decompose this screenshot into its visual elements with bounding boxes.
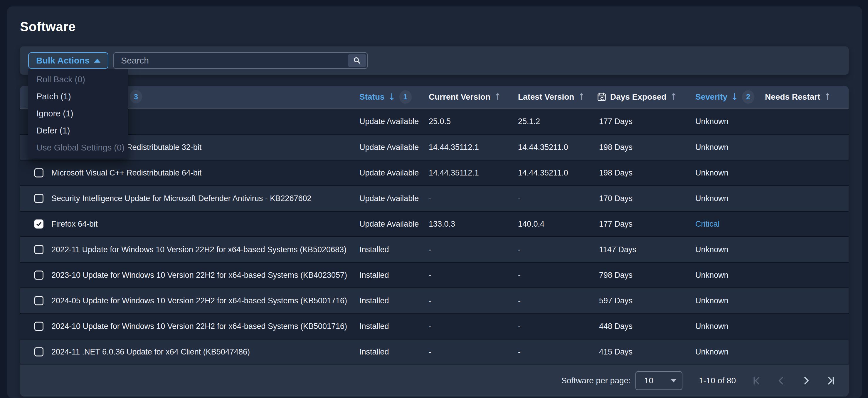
selected-count-badge: 3	[130, 90, 142, 104]
column-label: Days Exposed	[610, 92, 666, 102]
column-header-days-exposed[interactable]: Days Exposed↑	[597, 86, 677, 108]
status-cell: Update Available	[360, 117, 419, 126]
row-checkbox[interactable]	[34, 245, 43, 254]
content-panel: Software Bulk Actions Roll Back (0)Patch…	[7, 6, 862, 398]
status-cell: Installed	[360, 271, 389, 280]
software-name: Firefox 64-bit	[52, 220, 98, 229]
severity-cell: Unknown	[695, 168, 728, 177]
severity-cell: Unknown	[695, 194, 728, 203]
per-page-label: Software per page:	[561, 376, 631, 386]
column-header-needs-restart[interactable]: Needs Restart↑	[765, 86, 831, 108]
severity-cell: Critical	[695, 220, 720, 229]
row-checkbox[interactable]	[34, 220, 43, 229]
column-header-status[interactable]: Status↓1	[360, 86, 412, 108]
table-row: Update Available25.0.525.1.2177 DaysUnkn…	[20, 109, 848, 134]
chevron-right-icon	[801, 375, 812, 386]
current-version-cell: -	[429, 347, 431, 357]
severity-cell: Unknown	[695, 143, 728, 152]
column-header-current-version[interactable]: Current Version↑	[429, 86, 501, 108]
row-checkbox[interactable]	[34, 322, 43, 331]
table-row: 2023-10 Update for Windows 10 Version 22…	[20, 262, 848, 287]
status-cell: Installed	[360, 322, 389, 331]
search-icon	[353, 56, 362, 65]
status-cell: Update Available	[360, 168, 419, 177]
current-version-cell: 133.0.3	[429, 220, 455, 229]
days-exposed-cell: 198 Days	[599, 143, 632, 152]
table-row: Microsoft Visual C++ Redistributable 64-…	[20, 160, 848, 185]
row-checkbox[interactable]	[34, 271, 43, 280]
latest-version-cell: -	[518, 271, 521, 280]
latest-version-cell: -	[518, 245, 521, 254]
severity-cell: Unknown	[695, 296, 728, 305]
status-cell: Installed	[360, 296, 389, 305]
first-page-button[interactable]	[751, 375, 762, 386]
column-label: Latest Version	[518, 92, 574, 102]
last-page-icon	[825, 375, 836, 386]
current-version-cell: -	[429, 322, 431, 331]
row-checkbox[interactable]	[34, 296, 43, 305]
row-checkbox[interactable]	[34, 347, 43, 357]
search-button[interactable]	[348, 54, 366, 67]
latest-version-cell: 14.44.35211.0	[518, 143, 568, 152]
menu-item[interactable]: Defer (1)	[28, 122, 128, 139]
severity-cell: Unknown	[695, 245, 728, 254]
table-header: 3 Status↓1Current Version↑Latest Version…	[20, 86, 848, 109]
per-page-select[interactable]: 10	[636, 371, 682, 390]
page-range-label: 1-10 of 80	[699, 376, 736, 386]
column-header-latest-version[interactable]: Latest Version↑	[518, 86, 585, 108]
days-exposed-cell: 170 Days	[599, 194, 632, 203]
days-exposed-cell: 415 Days	[599, 347, 632, 357]
menu-item[interactable]: Patch (1)	[28, 88, 128, 105]
pagination	[751, 375, 836, 386]
software-page: Software Bulk Actions Roll Back (0)Patch…	[0, 0, 868, 398]
sort-order-badge: 2	[742, 90, 754, 104]
days-exposed-cell: 177 Days	[599, 117, 632, 126]
table-row: Microsoft Visual C++ Redistributable 32-…	[20, 134, 848, 160]
days-exposed-cell: 798 Days	[599, 271, 632, 280]
column-label: Current Version	[429, 92, 490, 102]
bulk-actions-menu: Roll Back (0)Patch (1)Ignore (1)Defer (1…	[28, 69, 128, 159]
software-name: Microsoft Visual C++ Redistributable 64-…	[52, 168, 202, 177]
row-checkbox[interactable]	[34, 194, 43, 203]
table-row: 2022-11 Update for Windows 10 Version 22…	[20, 236, 848, 262]
status-cell: Installed	[360, 245, 389, 254]
table-row: Security Intelligence Update for Microso…	[20, 185, 848, 211]
page-title: Software	[20, 20, 76, 34]
latest-version-cell: 140.0.4	[518, 220, 545, 229]
calendar-refresh-icon	[597, 92, 607, 102]
bulk-actions-button[interactable]: Bulk Actions	[28, 52, 108, 69]
days-exposed-cell: 448 Days	[599, 322, 632, 331]
software-name: 2024-11 .NET 6.0.36 Update for x64 Clien…	[52, 347, 250, 357]
software-name: 2023-10 Update for Windows 10 Version 22…	[52, 271, 347, 280]
menu-item[interactable]: Ignore (1)	[28, 105, 128, 122]
search-box	[113, 52, 368, 69]
toolbar: Bulk Actions	[20, 47, 848, 75]
table-footer: Software per page: 10 1-10 of 80	[20, 364, 848, 397]
sort-asc-icon: ↑	[670, 92, 677, 102]
latest-version-cell: -	[518, 347, 521, 357]
current-version-cell: 14.44.35112.1	[429, 143, 479, 152]
days-exposed-cell: 177 Days	[599, 220, 632, 229]
column-label: Needs Restart	[765, 92, 820, 102]
previous-page-button[interactable]	[776, 375, 787, 386]
last-page-button[interactable]	[825, 375, 836, 386]
latest-version-cell: 14.44.35211.0	[518, 168, 568, 177]
current-version-cell: 14.44.35112.1	[429, 168, 479, 177]
software-name: 2024-10 Update for Windows 10 Version 22…	[52, 322, 347, 331]
status-cell: Update Available	[360, 143, 419, 152]
column-header-severity[interactable]: Severity↓2	[695, 86, 754, 108]
chevron-down-icon	[671, 379, 677, 382]
software-table: 3 Status↓1Current Version↑Latest Version…	[20, 86, 848, 397]
sort-desc-icon: ↓	[731, 92, 739, 102]
sort-desc-icon: ↓	[388, 92, 396, 102]
latest-version-cell: -	[518, 322, 521, 331]
row-checkbox[interactable]	[34, 168, 43, 177]
severity-cell: Unknown	[695, 322, 728, 331]
current-version-cell: -	[429, 245, 431, 254]
menu-item: Roll Back (0)	[28, 71, 128, 88]
search-input[interactable]	[114, 53, 347, 68]
severity-cell: Unknown	[695, 271, 728, 280]
first-page-icon	[751, 375, 762, 386]
latest-version-cell: 25.1.2	[518, 117, 540, 126]
next-page-button[interactable]	[801, 375, 812, 386]
